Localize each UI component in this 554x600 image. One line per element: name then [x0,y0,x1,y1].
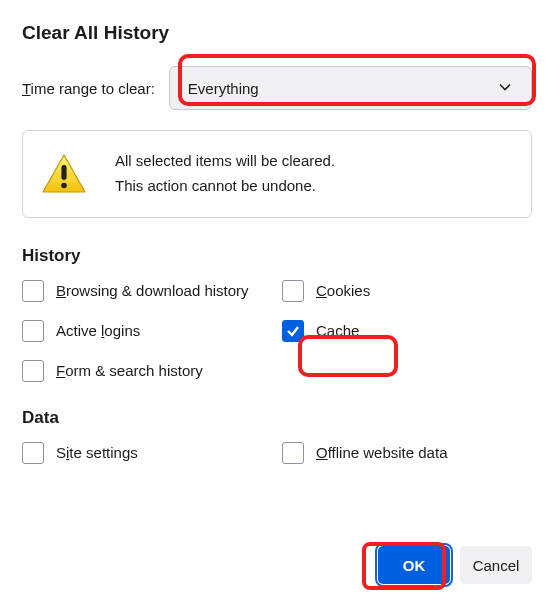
checkbox-label: Browsing & download history [56,282,249,299]
checkbox-label: Cookies [316,282,370,299]
checkbox-cache[interactable]: Cache [282,320,532,342]
checkbox-label: Cache [316,322,359,339]
warning-icon [41,153,87,195]
section-data-header: Data [22,408,532,428]
time-range-row: Time range to clear: Everything [22,66,532,110]
chevron-down-icon [497,79,513,98]
checkbox-site-settings[interactable]: Site settings [22,442,272,464]
checkbox-label: Active logins [56,322,140,339]
svg-point-1 [61,182,67,188]
checkbox-label: Form & search history [56,362,203,379]
dialog-footer: OK Cancel [378,546,532,584]
checkbox-form-search-history[interactable]: Form & search history [22,360,272,382]
svg-rect-0 [61,165,66,180]
section-history-header: History [22,246,532,266]
cancel-button[interactable]: Cancel [460,546,532,584]
ok-button[interactable]: OK [378,546,450,584]
checkbox-browsing-history[interactable]: Browsing & download history [22,280,272,302]
warning-text: All selected items will be cleared. This… [115,149,335,199]
checkbox-label: Offline website data [316,444,447,461]
warning-box: All selected items will be cleared. This… [22,130,532,218]
checkbox-label: Site settings [56,444,138,461]
checkbox-cookies[interactable]: Cookies [282,280,532,302]
checkbox-active-logins[interactable]: Active logins [22,320,272,342]
checkbox-offline-data[interactable]: Offline website data [282,442,532,464]
time-range-dropdown[interactable]: Everything [169,66,532,110]
time-range-label: Time range to clear: [22,80,155,97]
time-range-value: Everything [188,80,259,97]
dialog-title: Clear All History [22,22,532,44]
